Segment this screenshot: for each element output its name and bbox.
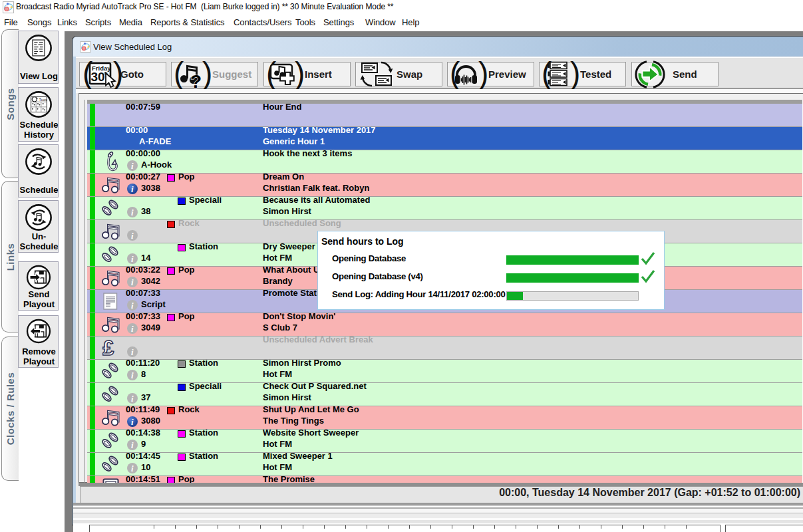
svg-text:(: ( <box>450 60 460 89</box>
svg-text:): ) <box>295 60 305 89</box>
svg-text:): ) <box>202 60 212 89</box>
svg-text:): ) <box>570 60 580 89</box>
svg-text:30: 30 <box>91 70 105 84</box>
svg-text:Tues: Tues <box>39 98 47 102</box>
svg-text:(: ( <box>174 60 184 89</box>
svg-text:?: ? <box>190 71 202 89</box>
svg-text:): ) <box>478 60 488 89</box>
